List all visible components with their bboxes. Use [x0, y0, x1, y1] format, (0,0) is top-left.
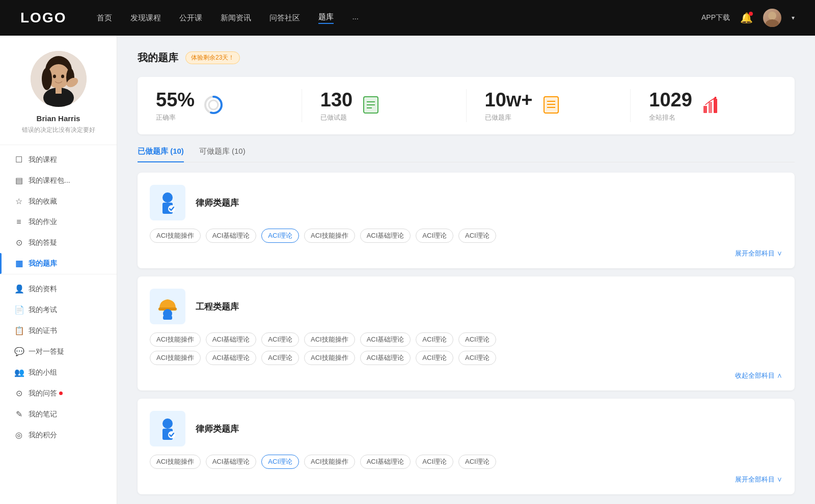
myqa-icon: ⊙: [14, 388, 23, 398]
tag-eng1-r2-3[interactable]: ACI技能操作: [304, 351, 355, 365]
sidebar-item-label: 我的作业: [29, 217, 57, 227]
notification-bell[interactable]: 🔔: [740, 12, 753, 24]
stat-questions-label: 已做试题: [320, 113, 358, 122]
notes-icon: ✎: [14, 409, 23, 419]
stat-questions: 130 已做试题: [302, 89, 467, 122]
tag-eng1-r2-6[interactable]: ACI理论: [458, 351, 496, 365]
tag-eng1-r2-4[interactable]: ACI基础理论: [360, 351, 411, 365]
stat-ranking-label: 全站排名: [649, 113, 697, 122]
nav-discover[interactable]: 发现课程: [130, 13, 161, 23]
exam-icon: 📄: [14, 305, 23, 315]
user-avatar-nav[interactable]: [763, 9, 781, 27]
sidebar-item-label: 我的考试: [29, 305, 57, 315]
stat-ranking-number: 1029: [649, 89, 692, 111]
svg-point-35: [162, 418, 173, 429]
sidebar-item-label: 我的积分: [29, 431, 57, 440]
tag-lawyer2-5[interactable]: ACI理论: [416, 455, 453, 469]
sidebar-item-homework[interactable]: ≡ 我的作业: [0, 212, 117, 232]
collapse-btn-engineer1[interactable]: 收起全部科目 ∧: [150, 369, 782, 382]
sidebar-item-label: 我的收藏: [29, 197, 57, 206]
svg-point-10: [53, 75, 56, 78]
tabs-row: 已做题库 (10) 可做题库 (10): [138, 147, 795, 162]
1on1-icon: 💬: [14, 347, 23, 356]
sidebar-item-mydata[interactable]: 👤 我的资料: [0, 278, 117, 299]
app-download-btn[interactable]: APP下载: [701, 13, 730, 22]
tag-eng1-r1-2[interactable]: ACI理论: [261, 332, 299, 347]
tag-lawyer1-3[interactable]: ACI技能操作: [304, 229, 355, 243]
qbank-icon: ▦: [14, 259, 23, 268]
stat-ranking: 1029 全站排名: [631, 89, 795, 122]
sidebar-item-cert[interactable]: 📋 我的证书: [0, 320, 117, 341]
tag-lawyer2-4[interactable]: ACI基础理论: [360, 455, 411, 469]
notification-badge: [749, 12, 753, 16]
tag-eng1-r2-5[interactable]: ACI理论: [416, 351, 453, 365]
tag-lawyer2-0[interactable]: ACI技能操作: [150, 455, 201, 469]
ranking-icon: [701, 96, 720, 116]
stat-accuracy: 55% 正确率: [138, 89, 302, 122]
sidebar-item-coursepack[interactable]: ▤ 我的课程包...: [0, 170, 117, 191]
main-content: 我的题库 体验剩余23天！ 55% 正确率: [117, 36, 815, 504]
cert-icon: 📋: [14, 326, 23, 335]
tag-eng1-r1-3[interactable]: ACI技能操作: [304, 332, 355, 347]
sidebar-item-myqa[interactable]: ⊙ 我的问答: [0, 383, 117, 404]
sidebar-item-qbank[interactable]: ▦ 我的题库: [0, 253, 117, 274]
tag-lawyer2-6[interactable]: ACI理论: [458, 455, 496, 469]
sidebar-item-qa[interactable]: ⊙ 我的答疑: [0, 232, 117, 253]
nav-news[interactable]: 新闻资讯: [221, 13, 251, 23]
tag-lawyer1-4[interactable]: ACI基础理论: [360, 229, 411, 243]
user-menu-chevron[interactable]: ▾: [792, 14, 795, 21]
tag-lawyer2-3[interactable]: ACI技能操作: [304, 455, 355, 469]
expand-btn-lawyer2[interactable]: 展开全部科目 ∨: [150, 473, 782, 486]
tag-eng1-r2-1[interactable]: ACI基础理论: [206, 351, 257, 365]
tag-lawyer1-1[interactable]: ACI基础理论: [206, 229, 257, 243]
sidebar-item-notes[interactable]: ✎ 我的笔记: [0, 404, 117, 425]
nav-home[interactable]: 首页: [97, 13, 112, 23]
tag-eng1-r1-1[interactable]: ACI基础理论: [206, 332, 257, 347]
tag-eng1-r2-2[interactable]: ACI理论: [261, 351, 299, 365]
sidebar-item-mycourse[interactable]: ☐ 我的课程: [0, 149, 117, 170]
expand-btn-lawyer1[interactable]: 展开全部科目 ∨: [150, 247, 782, 260]
nav-more[interactable]: ···: [352, 14, 359, 22]
nav-qa[interactable]: 问答社区: [269, 13, 300, 23]
svg-point-11: [61, 75, 64, 78]
sidebar-item-group[interactable]: 👥 我的小组: [0, 362, 117, 383]
tag-eng1-r1-5[interactable]: ACI理论: [416, 332, 453, 347]
user-name: Brian Harris: [37, 114, 80, 123]
stat-banks: 10w+ 已做题库: [467, 89, 631, 122]
tag-eng1-r2-0[interactable]: ACI技能操作: [150, 351, 201, 365]
tag-eng1-r1-6[interactable]: ACI理论: [458, 332, 496, 347]
tag-lawyer1-5[interactable]: ACI理论: [416, 229, 453, 243]
nav-open-course[interactable]: 公开课: [179, 13, 202, 23]
stats-row: 55% 正确率 130 已做试题: [138, 77, 795, 134]
svg-point-14: [209, 100, 218, 109]
homework-icon: ≡: [14, 217, 23, 227]
qbank-icon-engineer1: [150, 289, 185, 324]
tag-lawyer1-0[interactable]: ACI技能操作: [150, 229, 201, 243]
tag-lawyer2-1[interactable]: ACI基础理论: [206, 455, 257, 469]
qbank-header-engineer1: 工程类题库: [150, 289, 782, 324]
banks-icon: [542, 96, 560, 116]
sidebar-item-1on1[interactable]: 💬 一对一答疑: [0, 341, 117, 362]
sidebar-item-points[interactable]: ◎ 我的积分: [0, 425, 117, 445]
svg-rect-27: [714, 99, 717, 113]
svg-rect-8: [56, 87, 62, 94]
tag-lawyer2-2[interactable]: ACI理论: [261, 455, 299, 469]
stat-questions-number: 130: [320, 89, 352, 111]
svg-point-29: [162, 192, 173, 203]
tab-available[interactable]: 可做题库 (10): [199, 147, 246, 162]
tab-done[interactable]: 已做题库 (10): [138, 147, 184, 162]
tag-lawyer1-6[interactable]: ACI理论: [458, 229, 496, 243]
svg-rect-26: [709, 102, 712, 113]
stat-banks-number: 10w+: [485, 89, 533, 111]
tag-eng1-r1-4[interactable]: ACI基础理论: [360, 332, 411, 347]
sidebar: Brian Harris 错误的决定比没有决定要好 ☐ 我的课程 ▤ 我的课程包…: [0, 36, 117, 504]
tag-eng1-r1-0[interactable]: ACI技能操作: [150, 332, 201, 347]
questions-icon: [362, 96, 380, 116]
qbank-header-lawyer1: 律师类题库: [150, 185, 782, 220]
nav-qbank[interactable]: 题库: [318, 12, 334, 24]
sidebar-item-favorites[interactable]: ☆ 我的收藏: [0, 191, 117, 212]
sidebar-divider-top: [0, 145, 117, 145]
sidebar-item-label: 我的证书: [29, 326, 57, 335]
sidebar-item-exam[interactable]: 📄 我的考试: [0, 299, 117, 320]
tag-lawyer1-2[interactable]: ACI理论: [261, 229, 299, 243]
